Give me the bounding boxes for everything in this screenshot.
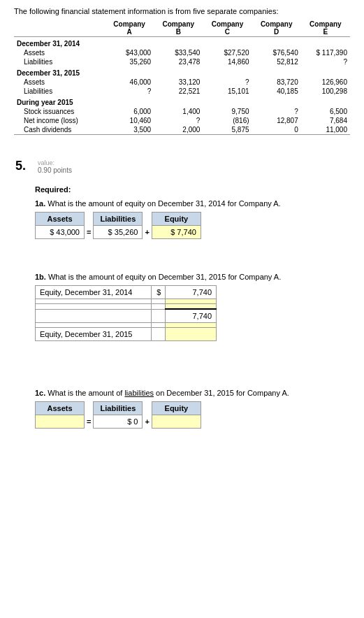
eq1c-assets-header: Assets [36, 402, 85, 415]
eq1a-assets-header: Assets [36, 213, 85, 226]
row-liab-2014: Liabilities 35,260 23,478 14,860 52,812 … [14, 57, 350, 66]
rollforward-1b: Equity, December 31, 2014 $ 7,740 [35, 285, 217, 341]
eq1c-equity-input[interactable] [152, 415, 201, 429]
rf-label-2 [36, 299, 152, 304]
rf-dollar-3 [151, 304, 166, 310]
equation-1c: Assets Liabilities Equity = $ 0 + [35, 401, 201, 429]
rollforward-row-2[interactable] [36, 299, 217, 304]
rf-value-1: 7,740 [166, 286, 217, 299]
row-liab-2015: Liabilities ? 22,521 15,101 40,185 100,2… [14, 87, 350, 96]
rf-dollar-1: $ [151, 286, 166, 299]
intro-text: The following financial statement inform… [14, 7, 350, 15]
rf-input-2[interactable] [166, 299, 217, 304]
sub-question-1a: 1a. What is the amount of equity on Dece… [35, 199, 350, 208]
eq1c-assets-input[interactable] [36, 415, 85, 429]
eq1a-liab-val: $ 35,260 [94, 226, 143, 239]
eq1a-liab-header: Liabilities [94, 213, 143, 226]
col-company-d: CompanyD [252, 20, 301, 37]
eq1a-equity-header: Equity [152, 213, 201, 226]
rollforward-row-3[interactable] [36, 304, 217, 310]
row-assets-2014: Assets $43,000 $33,540 $27,520 $76,540 $… [14, 48, 350, 57]
value-label: value: [38, 159, 54, 166]
rf-dollar-6 [151, 328, 166, 341]
question-meta: value: 0.90 points [38, 159, 349, 174]
rf-value-4: 7,740 [166, 309, 217, 323]
eq1c-liab-header: Liabilities [94, 402, 143, 415]
rf-input-6[interactable] [166, 328, 217, 341]
rf-label-4 [36, 309, 152, 323]
points: 0.90 points [38, 166, 72, 174]
section-during2015: During year 2015 [14, 96, 350, 107]
question-number: 5. [15, 159, 26, 173]
sub-question-1b: 1b. What is the amount of equity on Dece… [35, 273, 350, 281]
rf-label-1: Equity, December 31, 2014 [36, 286, 152, 299]
rf-label-6: Equity, December 31, 2015 [36, 328, 152, 341]
rf-dollar-2 [151, 299, 166, 304]
col-blank [14, 20, 105, 37]
row-stock: Stock issuances 6,000 1,400 9,750 ? 6,50… [14, 107, 350, 116]
col-company-b: CompanyB [154, 20, 203, 37]
financial-table: CompanyA CompanyB CompanyC CompanyD Comp… [14, 20, 350, 135]
row-net-income: Net income (loss) 10,460 ? (816) 12,807 … [14, 116, 350, 125]
row-dividends: Cash dividends 3,500 2,000 5,875 0 11,00… [14, 125, 350, 135]
question-5-block: 5. value: 0.90 points Required: 1a. What… [14, 157, 350, 429]
sub-question-1c: 1c. What is the amount of liabilities on… [35, 389, 350, 397]
eq1a-equity-input[interactable]: $ 7,740 [152, 226, 201, 239]
equation-1a: Assets Liabilities Equity $ 43,000 = $ 3… [35, 212, 201, 239]
col-company-a: CompanyA [105, 20, 154, 37]
rollforward-row-1: Equity, December 31, 2014 $ 7,740 [36, 286, 217, 299]
question-content: Required: 1a. What is the amount of equi… [35, 185, 350, 429]
rf-label-5 [36, 323, 152, 328]
rollforward-row-6[interactable]: Equity, December 31, 2015 [36, 328, 217, 341]
col-company-e: CompanyE [301, 20, 350, 37]
row-assets-2015: Assets 46,000 33,120 ? 83,720 126,960 [14, 78, 350, 87]
rf-dollar-4 [151, 309, 166, 323]
col-company-c: CompanyC [203, 20, 252, 37]
section-dec2015: December 31, 2015 [14, 66, 350, 78]
rf-label-3 [36, 304, 152, 310]
section-dec2014: December 31, 2014 [14, 37, 350, 49]
rollforward-row-4: 7,740 [36, 309, 217, 323]
rollforward-row-5[interactable] [36, 323, 217, 328]
rf-dollar-5 [151, 323, 166, 328]
eq1c-equity-header: Equity [152, 402, 201, 415]
eq1c-liab-val: $ 0 [94, 415, 143, 429]
rf-input-3[interactable] [166, 304, 217, 310]
eq1a-assets-val: $ 43,000 [36, 226, 85, 239]
rf-input-5[interactable] [166, 323, 217, 328]
required-label: Required: [35, 185, 350, 194]
